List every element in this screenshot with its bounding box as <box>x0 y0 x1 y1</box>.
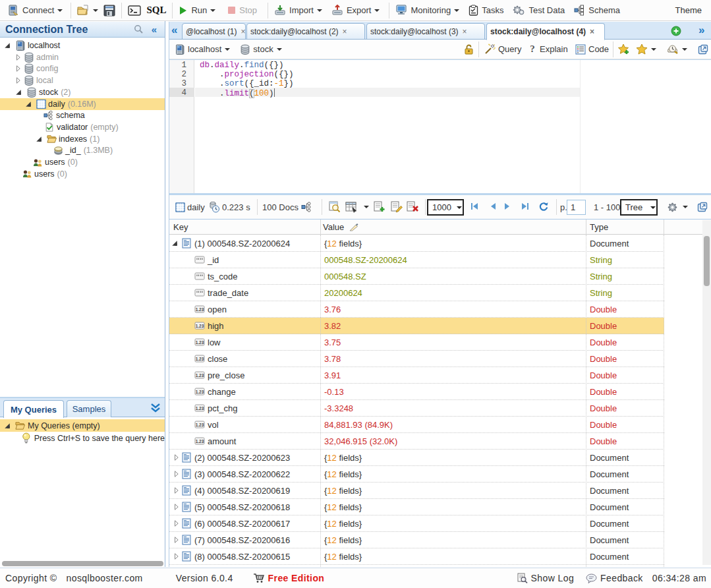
svg-text:?: ? <box>530 44 535 54</box>
